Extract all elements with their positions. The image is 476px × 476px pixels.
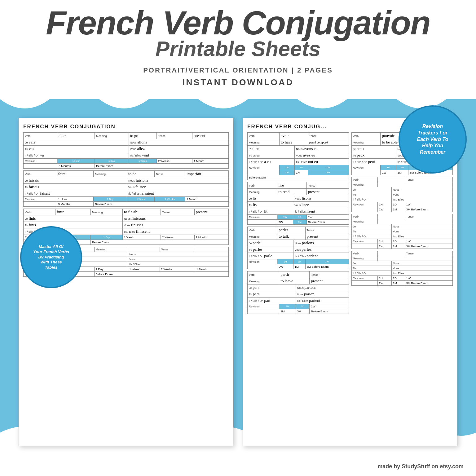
verb-parler-block: Verb parler Tense Meaning to talk presen… [247, 227, 349, 269]
revision-tracker-text: RevisionTrackers ForEach Verb ToHelp You… [414, 121, 451, 158]
page1-title: FRENCH VERB CONJUGATION [23, 124, 229, 130]
revision-tracker-badge: RevisionTrackers ForEach Verb ToHelp You… [399, 105, 467, 174]
footer: made by StudyStuff on etsy.com [377, 463, 464, 470]
master-verbs-text: Master All OfYour French VerbsBy Practis… [31, 242, 71, 273]
instant-download: INSTANT DOWNLOAD [0, 77, 476, 87]
verb-empty-right3: Verb Tense Meaning Je Nous Tu Vous [351, 251, 453, 286]
title-area: French Verb Conjugation Printable Sheets… [0, 6, 476, 87]
orientation-text: PORTRAIT/VERTICAL ORIENTATION | 2 PAGES [0, 66, 476, 74]
verb-avoir-block: Verb avoir Tense Meaning to have passé c… [247, 132, 349, 180]
verb-faire-block: Verb faire Meaning to do Tense imparfait… [23, 170, 229, 207]
pages-container: FRENCH VERB CONJUGATION Verb aller Meani… [19, 118, 457, 446]
master-verbs-badge: Master All OfYour French VerbsBy Practis… [20, 226, 82, 288]
verb-empty-right1: Verb Tense Meaning Je Nous Tu Vous [351, 177, 453, 212]
verb-aller-block: Verb aller Meaning to go Tense present J… [23, 132, 229, 169]
main-title: French Verb Conjugation [0, 6, 476, 40]
verb-partir-block: Verb partir Tense Meaning to leave prese… [247, 271, 349, 314]
page2-left-col: Verb avoir Tense Meaning to have passé c… [247, 132, 349, 316]
verb-lire-block: Verb lire Tense Meaning to read present … [247, 182, 349, 225]
brand-name: StudyStuff [402, 463, 430, 469]
verb-empty-right2: Verb Tense Meaning Je Nous Tu Vous [351, 214, 453, 249]
footer-text: made by StudyStuff on etsy.com [377, 463, 464, 469]
